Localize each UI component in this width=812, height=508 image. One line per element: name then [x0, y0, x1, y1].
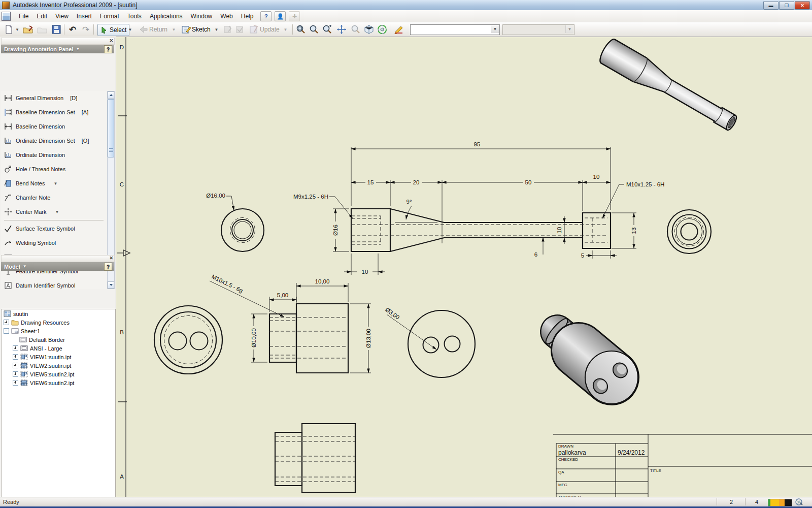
dim-13[interactable]: 13: [631, 228, 637, 234]
expander-icon[interactable]: [13, 380, 18, 386]
menu-format[interactable]: Format: [96, 11, 123, 21]
tool-center-mark[interactable]: Center Mark▼: [1, 205, 107, 219]
panel-switch-caret[interactable]: ▼: [76, 47, 80, 51]
dim-20[interactable]: 20: [413, 179, 420, 185]
scroll-up-icon[interactable]: [108, 91, 114, 99]
help-topics-icon[interactable]: ?: [260, 11, 272, 21]
tree-item-drawing-resources[interactable]: Drawing Resources: [2, 318, 115, 327]
tool-general-dimension[interactable]: General Dimension[D]: [1, 91, 107, 105]
menu-applications[interactable]: Applications: [146, 11, 187, 21]
note-dia16-00[interactable]: Ø16.00: [206, 193, 225, 199]
dim-10-seg[interactable]: 10: [593, 174, 600, 180]
view-side-nozzle[interactable]: 95 15 20 50 10 Ø16 13 10: [293, 141, 664, 275]
zoom-icon[interactable]: [309, 24, 320, 35]
dim-dia16[interactable]: Ø16: [332, 225, 339, 236]
dim-5-00[interactable]: 5,00: [277, 292, 288, 298]
note-m10[interactable]: M10x1.25 - 6H: [626, 181, 664, 187]
view-cap-front-right[interactable]: Ø3,00: [384, 306, 475, 377]
save-icon[interactable]: [51, 24, 62, 35]
zoom-all-icon[interactable]: [322, 24, 333, 35]
view-iso-nozzle[interactable]: [597, 37, 741, 136]
tool-baseline-dimension[interactable]: Baseline Dimension: [1, 119, 107, 134]
dim-depth-10[interactable]: 10: [362, 269, 368, 275]
model-help-icon[interactable]: ?: [104, 263, 112, 271]
dim-95[interactable]: 95: [474, 141, 481, 147]
restore-button[interactable]: ❐: [779, 1, 794, 10]
dim-angle-9[interactable]: 9°: [407, 199, 412, 205]
tree-item-root[interactable]: suutin: [2, 309, 115, 318]
new-file-icon[interactable]: [3, 24, 14, 35]
annotation-panel-grab[interactable]: ✕: [1, 38, 115, 45]
undo-icon[interactable]: ↶: [67, 24, 78, 35]
dim-dia10-00[interactable]: Ø10,00: [251, 328, 257, 347]
tb-drawn-date[interactable]: 9/24/2012: [618, 449, 645, 456]
tree-item-ansi-large[interactable]: ANSI - Large: [2, 344, 115, 353]
model-panel-close-icon[interactable]: ✕: [109, 256, 113, 261]
dim-50[interactable]: 50: [525, 179, 532, 185]
orbit-icon[interactable]: [377, 24, 388, 35]
view-iso-cap[interactable]: [543, 316, 638, 404]
annotation-help-icon[interactable]: ?: [104, 45, 112, 53]
tool-baseline-dimension-set[interactable]: Baseline Dimension Set[A]: [1, 105, 107, 119]
tb-drawn-name[interactable]: pallokarva: [558, 449, 586, 456]
menu-view[interactable]: View: [51, 11, 73, 21]
expander-icon[interactable]: [13, 354, 18, 360]
show-me-icon[interactable]: 👤: [275, 11, 286, 21]
view-cap-side[interactable]: 10,00 5,00 Ø10,00 Ø13,00 M10x1.5 - 6g: [210, 273, 372, 373]
tool-datum-identifier[interactable]: Datum Identifier Symbol: [1, 278, 107, 289]
scroll-down-icon[interactable]: [108, 281, 114, 289]
tool-chamfer-note[interactable]: Chamfer Note: [1, 190, 107, 205]
select-caret[interactable]: ▼: [127, 24, 133, 35]
new-file-caret[interactable]: ▼: [14, 24, 20, 35]
expander-icon[interactable]: [4, 320, 9, 325]
style-combobox[interactable]: ▼: [410, 24, 500, 35]
tool-surface-texture[interactable]: Surface Texture Symbol: [1, 221, 107, 236]
tool-welding-symbol[interactable]: Welding Symbol: [1, 236, 107, 250]
view-cap-bottom[interactable]: [275, 424, 355, 492]
annotation-panel-header[interactable]: Drawing Annotation Panel▼ ?: [1, 45, 114, 53]
dim-15[interactable]: 15: [367, 179, 374, 185]
menu-tools[interactable]: Tools: [123, 11, 146, 21]
network-icon[interactable]: [795, 498, 803, 507]
expander-icon[interactable]: [13, 371, 18, 377]
sketch-icon[interactable]: [181, 24, 192, 35]
model-switch-caret[interactable]: ▼: [23, 264, 27, 269]
tree-item-view2[interactable]: VIEW2:suutin.ipt: [2, 361, 115, 370]
sheet[interactable]: .ol{stroke:#1a1a1a;stroke-width:2.2;fill…: [116, 37, 812, 497]
redo-icon[interactable]: ↷: [80, 24, 91, 35]
tree-item-view6[interactable]: VIEW6:suutin2.ipt: [2, 378, 115, 387]
tool-ordinate-dimension[interactable]: Ordinate Dimension: [1, 148, 107, 162]
minimize-button[interactable]: ▬: [763, 1, 779, 10]
annotation-panel-close-icon[interactable]: ✕: [109, 38, 113, 43]
model-panel-grab[interactable]: ✕: [1, 255, 115, 262]
menu-insert[interactable]: Insert: [73, 11, 96, 21]
expander-icon[interactable]: [13, 345, 18, 351]
styles-editor-icon[interactable]: [394, 24, 405, 35]
expander-icon[interactable]: [13, 363, 18, 368]
drawing-canvas[interactable]: .ol{stroke:#1a1a1a;stroke-width:2.2;fill…: [116, 37, 812, 497]
menu-window[interactable]: Window: [187, 11, 217, 21]
dim-5[interactable]: 5: [581, 252, 584, 259]
select-button[interactable]: Select: [97, 24, 129, 36]
menu-edit[interactable]: Edit: [32, 11, 51, 21]
tool-bend-notes[interactable]: Bend Notes▼: [1, 176, 107, 190]
zoom-window-icon[interactable]: [295, 24, 307, 35]
tree-item-default-border[interactable]: Default Border: [2, 335, 115, 344]
menu-help[interactable]: Help: [237, 11, 258, 21]
dim-dia13-00[interactable]: Ø13,00: [365, 329, 371, 348]
menu-file[interactable]: File: [15, 11, 32, 21]
tool-hole-thread-notes[interactable]: Hole / Thread Notes: [1, 162, 107, 176]
open-icon[interactable]: [22, 24, 33, 35]
close-button[interactable]: ✕: [795, 1, 810, 10]
collapse-icon[interactable]: [4, 328, 9, 334]
dim-6[interactable]: 6: [534, 251, 537, 258]
pan-icon[interactable]: [336, 24, 347, 35]
tree-item-view1[interactable]: VIEW1:suutin.ipt: [2, 353, 115, 361]
sketch-label[interactable]: Sketch: [192, 26, 211, 33]
menu-web[interactable]: Web: [216, 11, 236, 21]
tool-ordinate-dimension-set[interactable]: Ordinate Dimension Set[O]: [1, 134, 107, 148]
view-end-left[interactable]: Ø16.00: [206, 193, 264, 251]
model-panel-header[interactable]: Model▼ ?: [1, 262, 114, 271]
view-cap-front-left[interactable]: [154, 306, 222, 374]
tree-item-sheet1[interactable]: Sheet:1: [2, 327, 115, 335]
